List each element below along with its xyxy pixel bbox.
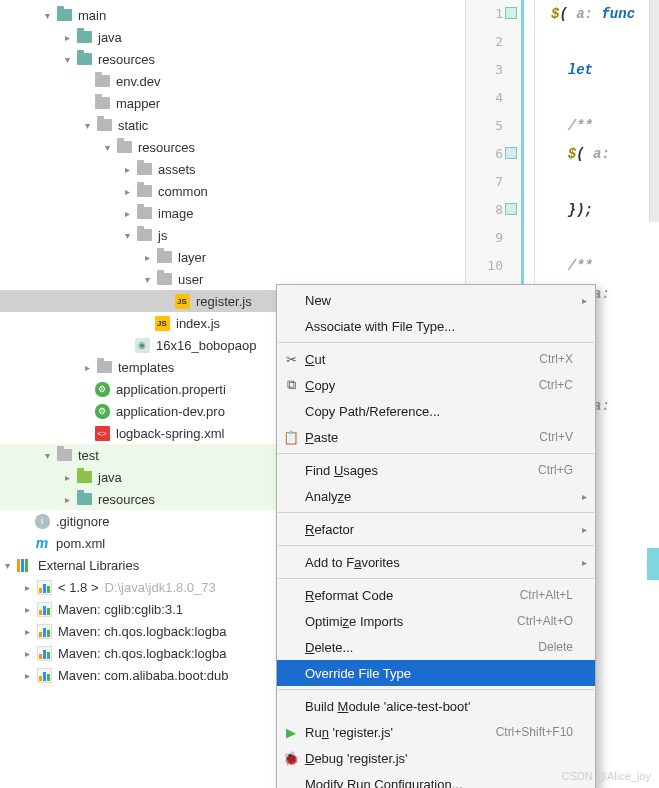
menu-shortcut: Ctrl+Alt+O: [517, 614, 573, 628]
xml-icon: <>: [95, 426, 110, 441]
paste-icon: 📋: [283, 430, 299, 445]
maven-icon: m: [35, 535, 50, 551]
tree-label: External Libraries: [38, 558, 145, 573]
jar-icon: [37, 668, 52, 683]
folder-resources[interactable]: ▾resources: [0, 48, 465, 70]
folder-layer[interactable]: ▸layer: [0, 246, 465, 268]
chevron-down-icon: ▾: [100, 140, 114, 154]
folder-icon: [137, 163, 152, 175]
chevron-right-icon: ▸: [20, 624, 34, 638]
line-number: 4: [495, 90, 503, 105]
folder-java[interactable]: ▸java: [0, 26, 465, 48]
tree-label: mapper: [116, 96, 166, 111]
line-number: 2: [495, 34, 503, 49]
bug-icon: 🐞: [283, 751, 299, 766]
context-menu: New▸ Associate with File Type... ✂CutCtr…: [276, 284, 596, 788]
folder-icon: [57, 449, 72, 461]
folder-main[interactable]: ▾main: [0, 4, 465, 26]
scrollbar[interactable]: [649, 0, 659, 222]
chevron-down-icon: ▾: [0, 558, 14, 572]
folder-icon: [97, 361, 112, 373]
folder-static[interactable]: ▾static: [0, 114, 465, 136]
chevron-right-icon: ▸: [20, 602, 34, 616]
fold-icon[interactable]: [505, 203, 517, 215]
chevron-right-icon: ▸: [60, 470, 74, 484]
library-icon: [17, 558, 32, 573]
jar-icon: [37, 646, 52, 661]
chevron-right-icon: ▸: [20, 668, 34, 682]
menu-find-usages[interactable]: Find UsagesCtrl+G: [277, 457, 595, 483]
menu-refactor[interactable]: Refactor▸: [277, 516, 595, 542]
menu-cut[interactable]: ✂CutCtrl+X: [277, 346, 595, 372]
menu-shortcut: Delete: [538, 640, 573, 654]
folder-icon: [77, 471, 92, 483]
tree-label: Maven: com.alibaba.boot:dub: [58, 668, 235, 683]
menu-copy[interactable]: ⧉CopyCtrl+C: [277, 372, 595, 398]
tree-label: .gitignore: [56, 514, 115, 529]
folder-common[interactable]: ▸common: [0, 180, 465, 202]
menu-label: Copy Path/Reference...: [305, 404, 440, 419]
fold-icon[interactable]: [505, 147, 517, 159]
menu-label: New: [305, 293, 331, 308]
menu-modify-run[interactable]: Modify Run Configuration...: [277, 771, 595, 788]
menu-build[interactable]: Build Module 'alice-test-boot': [277, 693, 595, 719]
folder-icon: [157, 273, 172, 285]
menu-favorites[interactable]: Add to Favorites▸: [277, 549, 595, 575]
menu-separator: [278, 578, 594, 579]
tree-label: register.js: [196, 294, 258, 309]
menu-separator: [278, 512, 594, 513]
menu-associate[interactable]: Associate with File Type...: [277, 313, 595, 339]
submenu-arrow-icon: ▸: [582, 524, 587, 535]
folder-icon: [95, 97, 110, 109]
menu-analyze[interactable]: Analyze▸: [277, 483, 595, 509]
menu-separator: [278, 545, 594, 546]
tree-label: resources: [98, 492, 161, 507]
tree-label: index.js: [176, 316, 226, 331]
tree-label: java: [98, 30, 128, 45]
folder-icon: [137, 185, 152, 197]
tree-label: resources: [138, 140, 201, 155]
menu-shortcut: Ctrl+Shift+F10: [496, 725, 573, 739]
chevron-right-icon: ▸: [120, 206, 134, 220]
tree-hint: D:\java\jdk1.8.0_73: [104, 580, 215, 595]
menu-override-file-type[interactable]: Override File Type: [277, 660, 595, 686]
menu-debug[interactable]: 🐞Debug 'register.js': [277, 745, 595, 771]
folder-envdev[interactable]: env.dev: [0, 70, 465, 92]
svg-icon: ◉: [135, 338, 150, 353]
chevron-down-icon: ▾: [40, 448, 54, 462]
folder-mapper[interactable]: mapper: [0, 92, 465, 114]
jar-icon: [37, 624, 52, 639]
code-token: a:: [568, 6, 593, 22]
code-token: $: [568, 146, 576, 162]
menu-shortcut: Ctrl+V: [539, 430, 573, 444]
line-number: 8: [495, 202, 503, 217]
folder-js[interactable]: ▾js: [0, 224, 465, 246]
tree-label: < 1.8 >: [58, 580, 104, 595]
folder-image[interactable]: ▸image: [0, 202, 465, 224]
tree-label: 16x16_bobopaop: [156, 338, 263, 353]
js-icon: JS: [175, 294, 190, 309]
chevron-right-icon: ▸: [120, 162, 134, 176]
menu-new[interactable]: New▸: [277, 287, 595, 313]
folder-assets[interactable]: ▸assets: [0, 158, 465, 180]
copy-icon: ⧉: [283, 377, 299, 393]
tree-label: application-dev.pro: [116, 404, 231, 419]
menu-reformat[interactable]: Reformat CodeCtrl+Alt+L: [277, 582, 595, 608]
menu-optimize[interactable]: Optimize ImportsCtrl+Alt+O: [277, 608, 595, 634]
fold-icon[interactable]: [505, 7, 517, 19]
jar-icon: [37, 580, 52, 595]
tree-label: user: [178, 272, 209, 287]
tree-label: main: [78, 8, 112, 23]
menu-label: Modify Run Configuration...: [305, 777, 463, 789]
tree-label: assets: [158, 162, 202, 177]
chevron-right-icon: ▸: [20, 580, 34, 594]
line-number: 6: [495, 146, 503, 161]
menu-run[interactable]: ▶Run 'register.js'Ctrl+Shift+F10: [277, 719, 595, 745]
menu-paste[interactable]: 📋PasteCtrl+V: [277, 424, 595, 450]
menu-shortcut: Ctrl+C: [539, 378, 573, 392]
folder-resources2[interactable]: ▾resources: [0, 136, 465, 158]
tree-label: test: [78, 448, 105, 463]
jar-icon: [37, 602, 52, 617]
menu-delete[interactable]: Delete...Delete: [277, 634, 595, 660]
menu-copy-path[interactable]: Copy Path/Reference...: [277, 398, 595, 424]
